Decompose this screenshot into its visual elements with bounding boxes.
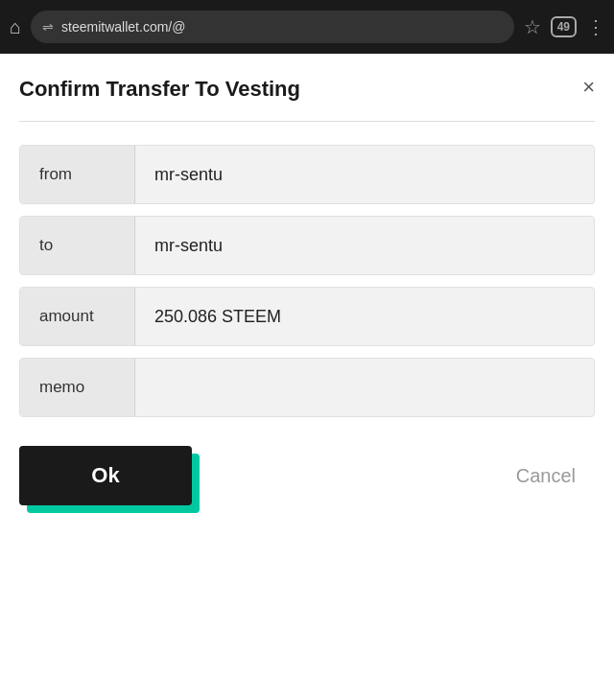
amount-row: amount 250.086 STEEM: [19, 287, 595, 346]
url-bar[interactable]: ⇌ steemitwallet.com/@: [31, 11, 514, 43]
home-icon[interactable]: ⌂: [10, 16, 21, 38]
amount-value: 250.086 STEEM: [135, 288, 594, 345]
from-value: mr-sentu: [135, 146, 594, 203]
modal-divider: [19, 121, 595, 122]
modal-header: Confirm Transfer To Vesting ×: [19, 77, 595, 102]
url-icon: ⇌: [42, 19, 54, 35]
modal-title: Confirm Transfer To Vesting: [19, 77, 300, 102]
to-row: to mr-sentu: [19, 216, 595, 275]
from-row: from mr-sentu: [19, 145, 595, 204]
from-label: from: [20, 146, 135, 203]
ok-button-wrapper: Ok: [19, 446, 192, 505]
to-label: to: [20, 217, 135, 274]
browser-bar: ⌂ ⇌ steemitwallet.com/@ ☆ 49 ⋮: [0, 0, 614, 54]
button-row: Ok Cancel: [19, 446, 595, 505]
star-icon[interactable]: ☆: [524, 15, 541, 38]
memo-value: [135, 359, 594, 416]
amount-label: amount: [20, 288, 135, 345]
memo-label: memo: [20, 359, 135, 416]
tab-badge[interactable]: 49: [551, 16, 577, 37]
modal-content: Confirm Transfer To Vesting × from mr-se…: [0, 54, 614, 534]
menu-icon[interactable]: ⋮: [586, 15, 604, 38]
url-text: steemitwallet.com/@: [61, 19, 185, 35]
cancel-button[interactable]: Cancel: [497, 455, 595, 497]
ok-button[interactable]: Ok: [19, 446, 192, 505]
to-value: mr-sentu: [135, 217, 594, 274]
close-button[interactable]: ×: [582, 77, 595, 98]
memo-row: memo: [19, 358, 595, 417]
modal-overlay: Confirm Transfer To Vesting × from mr-se…: [0, 54, 614, 700]
